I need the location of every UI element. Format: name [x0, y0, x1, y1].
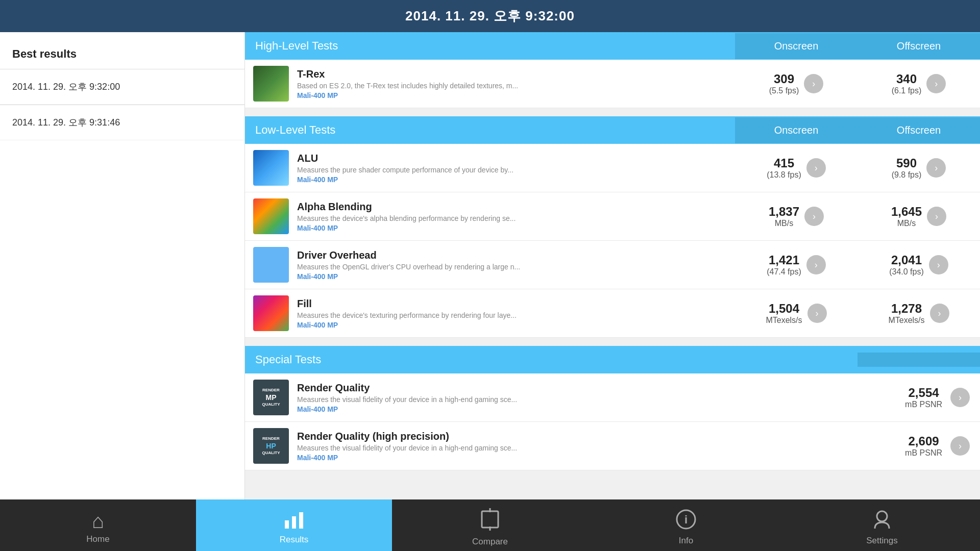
alpha-onscreen-value: 1,837 MB/s [769, 205, 799, 228]
test-row-fill: Fill Measures the device's texturing per… [245, 289, 980, 338]
test-name-rqhp: Render Quality (high precision) [297, 431, 727, 442]
special-title: Special Tests [245, 346, 857, 373]
alu-onscreen-value: 415 (13.8 fps) [767, 156, 801, 180]
results-icon [284, 510, 304, 532]
test-thumb-fill [253, 295, 289, 331]
test-thumb-alu [253, 150, 289, 186]
alu-onscreen-cell: 415 (13.8 fps) › [735, 151, 857, 185]
nav-settings-label: Settings [866, 536, 897, 546]
alu-onscreen-sub: (13.8 fps) [767, 170, 801, 180]
test-thumb-rqhp: RENDER HP QUALITY [253, 428, 289, 464]
nav-compare[interactable]: Compare [392, 499, 588, 551]
test-desc-trex: Based on ES 2.0, the T-Rex test includes… [297, 82, 542, 90]
test-device-rq: Mali-400 MP [297, 405, 727, 413]
trex-onscreen-arrow[interactable]: › [804, 74, 823, 93]
test-info-rqhp: RENDER HP QUALITY Render Quality (high p… [245, 422, 735, 470]
fill-offscreen-main: 1,278 [888, 302, 924, 316]
spacer-3 [245, 470, 980, 479]
test-row-rqhp: RENDER HP QUALITY Render Quality (high p… [245, 422, 980, 470]
rqhp-score-value: 2,609 mB PSNR [905, 434, 942, 458]
rq-score-value: 2,554 mB PSNR [905, 386, 942, 409]
nav-home[interactable]: ⌂ Home [0, 499, 196, 551]
low-level-col2: Offscreen [857, 117, 980, 143]
alu-onscreen-arrow[interactable]: › [806, 158, 826, 178]
fill-onscreen-cell: 1,504 MTexels/s › [735, 296, 857, 330]
rq-arrow[interactable]: › [950, 388, 970, 407]
rq-score-cell: 2,554 mB PSNR › [735, 381, 980, 414]
fill-onscreen-main: 1,504 [766, 302, 802, 316]
trex-offscreen-main: 340 [892, 72, 922, 86]
test-text-rq: Render Quality Measures the visual fidel… [297, 382, 727, 413]
test-info-trex: T-Rex Based on ES 2.0, the T-Rex test in… [245, 60, 735, 108]
test-name-trex: T-Rex [297, 68, 727, 80]
alpha-onscreen-sub: MB/s [769, 219, 799, 228]
nav-compare-label: Compare [472, 537, 508, 547]
nav-home-label: Home [86, 534, 109, 544]
trex-offscreen-cell: 340 (6.1 fps) › [857, 67, 980, 101]
nav-settings[interactable]: Settings [784, 499, 980, 551]
driver-onscreen-arrow[interactable]: › [806, 255, 826, 274]
test-text-alpha: Alpha Blending Measures the device's alp… [297, 201, 727, 232]
trex-offscreen-sub: (6.1 fps) [892, 86, 922, 95]
test-text-driver: Driver Overhead Measures the OpenGL driv… [297, 249, 727, 281]
test-thumb-trex [253, 66, 289, 102]
alpha-onscreen-cell: 1,837 MB/s › [735, 199, 857, 233]
rqhp-score-cell: 2,609 mB PSNR › [735, 429, 980, 463]
trex-onscreen-value: 309 (5.5 fps) [769, 72, 799, 95]
test-desc-rqhp: Measures the visual fidelity of your dev… [297, 444, 542, 452]
special-col-spacer [857, 353, 980, 367]
nav-info-label: Info [679, 536, 693, 546]
fill-onscreen-value: 1,504 MTexels/s [766, 302, 802, 325]
test-name-rq: Render Quality [297, 382, 727, 394]
test-info-rq: RENDER MP QUALITY Render Quality Measure… [245, 373, 735, 421]
fill-offscreen-cell: 1,278 MTexels/s › [857, 296, 980, 330]
test-name-fill: Fill [297, 298, 727, 310]
test-thumb-alpha [253, 198, 289, 234]
test-row-trex: T-Rex Based on ES 2.0, the T-Rex test in… [245, 60, 980, 108]
high-level-col1: Onscreen [735, 33, 857, 59]
fill-offscreen-sub: MTexels/s [888, 316, 924, 325]
content-area: High-Level Tests Onscreen Offscreen T-Re… [245, 32, 980, 499]
driver-offscreen-cell: 2,041 (34.0 fps) › [857, 248, 980, 282]
alu-offscreen-cell: 590 (9.8 fps) › [857, 151, 980, 185]
trex-offscreen-value: 340 (6.1 fps) [892, 72, 922, 95]
sidebar: Best results 2014. 11. 29. 오후 9:32:00 20… [0, 32, 245, 499]
driver-onscreen-main: 1,421 [767, 253, 801, 267]
alpha-offscreen-sub: MB/s [891, 219, 922, 228]
compare-icon [481, 508, 499, 534]
driver-offscreen-sub: (34.0 fps) [889, 267, 924, 277]
alpha-offscreen-cell: 1,645 MB/s › [857, 199, 980, 233]
driver-onscreen-cell: 1,421 (47.4 fps) › [735, 248, 857, 282]
test-info-fill: Fill Measures the device's texturing per… [245, 289, 735, 337]
svg-rect-0 [285, 520, 289, 529]
sidebar-title: Best results [0, 42, 244, 69]
test-text-fill: Fill Measures the device's texturing per… [297, 298, 727, 329]
driver-offscreen-arrow[interactable]: › [929, 255, 948, 274]
nav-results[interactable]: Results [196, 499, 392, 551]
fill-onscreen-arrow[interactable]: › [807, 304, 827, 323]
trex-offscreen-arrow[interactable]: › [926, 74, 946, 93]
sidebar-item-0[interactable]: 2014. 11. 29. 오후 9:32:00 [0, 69, 244, 105]
test-device-alpha: Mali-400 MP [297, 224, 727, 232]
sidebar-item-1[interactable]: 2014. 11. 29. 오후 9:31:46 [0, 105, 244, 140]
spacer-2 [245, 338, 980, 346]
sidebar-item-label-0: 2014. 11. 29. 오후 9:32:00 [12, 82, 120, 92]
test-row-rq: RENDER MP QUALITY Render Quality Measure… [245, 373, 980, 422]
driver-offscreen-value: 2,041 (34.0 fps) [889, 253, 924, 277]
test-device-fill: Mali-400 MP [297, 321, 727, 329]
trex-onscreen-main: 309 [769, 72, 799, 86]
high-level-col2: Offscreen [857, 33, 980, 59]
alu-offscreen-arrow[interactable]: › [926, 158, 946, 178]
rqhp-score-sub: mB PSNR [905, 448, 942, 458]
nav-info[interactable]: i Info [588, 499, 784, 551]
fill-offscreen-value: 1,278 MTexels/s [888, 302, 924, 325]
test-device-alu: Mali-400 MP [297, 176, 727, 184]
test-row-alu: ALU Measures the pure shader compute per… [245, 144, 980, 192]
svg-point-8 [877, 511, 887, 521]
high-level-header: High-Level Tests Onscreen Offscreen [245, 32, 980, 60]
rqhp-arrow[interactable]: › [950, 436, 970, 456]
fill-offscreen-arrow[interactable]: › [930, 304, 949, 323]
alpha-offscreen-arrow[interactable]: › [927, 207, 946, 226]
alpha-onscreen-arrow[interactable]: › [804, 207, 824, 226]
test-row-driver: Driver Overhead Measures the OpenGL driv… [245, 241, 980, 289]
